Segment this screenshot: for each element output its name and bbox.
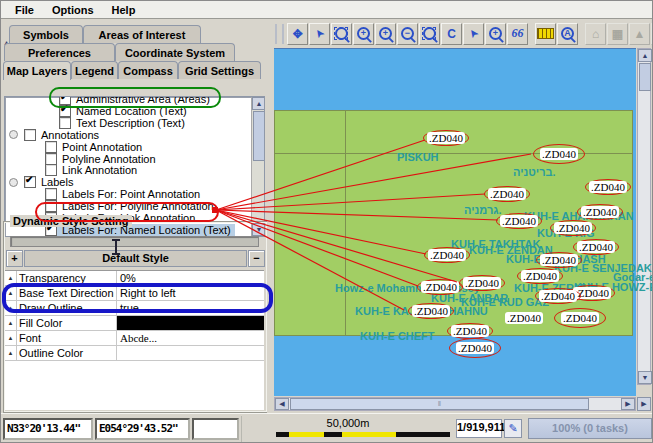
sort-arrow-icon: ▲ [5, 301, 17, 315]
property-value[interactable]: Abcde... [117, 331, 264, 345]
magnifier-sign: + [381, 28, 390, 38]
style-slider[interactable] [10, 236, 259, 247]
property-value[interactable]: true [117, 301, 264, 315]
panel-splitter[interactable] [267, 19, 273, 413]
tree-item-administrative-area-areas-[interactable]: Administrative Area (Areas) [59, 96, 210, 105]
zoom-out-tool-icon[interactable]: − [397, 23, 418, 45]
elevation-field[interactable] [192, 418, 239, 440]
style-row-font[interactable]: ▲FontAbcde... [5, 331, 264, 346]
tab-grid-settings[interactable]: Grid Settings [178, 61, 261, 79]
map-vertical-scrollbar[interactable]: ▲ ▼ [637, 48, 651, 385]
magnifier-sign: A [563, 28, 572, 38]
application-window: File Options Help ▲▼ SymbolsAreas of Int… [0, 0, 653, 443]
scrollbar-corner-icon[interactable]: ▶ [637, 397, 651, 411]
magnifier-glyph: − [401, 27, 414, 40]
menu-options[interactable]: Options [44, 3, 102, 17]
tree-item-point-annotation[interactable]: Point Annotation [45, 141, 142, 153]
tab-areas-of-interest[interactable]: Areas of Interest [83, 25, 201, 43]
tree-checkbox[interactable] [59, 117, 71, 129]
tree-item-link-annotation[interactable]: Link Annotation [45, 164, 137, 176]
tab-coordinate-system[interactable]: Coordinate System [115, 43, 235, 61]
tab-map-layers[interactable]: Map Layers [3, 61, 71, 80]
tree-item-text-description-text-[interactable]: Text Description (Text) [59, 117, 185, 129]
map-scroll-down-icon[interactable]: ▼ [638, 371, 652, 384]
tree-item-named-location-text-[interactable]: Named Location (Text) [59, 105, 187, 117]
text-cursor-icon [112, 239, 120, 255]
tab-preferences[interactable]: Preferences [4, 43, 115, 61]
style-row-transparency[interactable]: ▲Transparency0% [5, 271, 264, 286]
tree-checkbox[interactable] [45, 153, 57, 165]
sort-arrow-icon: ▲ [5, 271, 17, 285]
property-value[interactable] [117, 346, 264, 360]
magnifier-glyph: + [379, 27, 392, 40]
tab-compass[interactable]: Compass [118, 61, 178, 79]
map-scroll-up-icon[interactable]: ▲ [638, 49, 652, 62]
style-row-fill-color[interactable]: ▲Fill Color [5, 316, 264, 331]
edit-scale-button[interactable]: ✎ [504, 419, 522, 438]
tree-item-label: Link Annotation [62, 164, 137, 176]
toolbar-drag-handle[interactable] [275, 24, 284, 44]
property-value[interactable]: 0% [117, 271, 264, 285]
scale-ratio-field[interactable]: 1/919,911 [456, 419, 502, 438]
building-layer-tool-icon: ⌂ [585, 23, 606, 45]
tree-item-annotations[interactable]: Annotations [9, 129, 99, 141]
refresh-tool-icon[interactable]: C [441, 23, 462, 45]
select-features-tool-icon[interactable]: ➤ [463, 23, 484, 45]
center-map-tool-icon[interactable]: + [485, 23, 506, 45]
style-table-header[interactable]: Default Style [24, 250, 247, 267]
tree-checkbox[interactable] [45, 200, 57, 212]
select-tool-icon[interactable]: ➤ [309, 23, 330, 45]
tab-symbols[interactable]: Symbols [9, 25, 83, 43]
map-grid-line-horizontal [274, 153, 633, 154]
scale-bar [276, 432, 450, 437]
tree-expand-handle-icon[interactable] [9, 130, 18, 139]
measure-tool-icon[interactable] [535, 23, 556, 45]
zoom-in-tool-icon[interactable]: + [353, 23, 374, 45]
latitude-field[interactable]: N33°20'13.44" [3, 418, 93, 440]
tree-item-labels-for-polyline-annotation[interactable]: Labels For: Polyline Annotation [45, 200, 214, 212]
zoom-in-point-tool-icon[interactable]: + [375, 23, 396, 45]
longitude-field[interactable]: E054°29'43.52" [95, 418, 190, 440]
pan-tool-icon[interactable]: ✥ [287, 23, 308, 45]
map-horizontal-scrollbar[interactable]: ◀ ‖ ▶ [274, 397, 636, 411]
tab-legend[interactable]: Legend [71, 61, 118, 79]
remove-style-button[interactable]: − [248, 250, 265, 267]
tree-checkbox[interactable] [45, 141, 57, 153]
tree-checkbox[interactable] [24, 176, 36, 188]
layers-panel: ▲▼ SymbolsAreas of Interest PreferencesC… [1, 19, 267, 413]
menu-file[interactable]: File [7, 3, 42, 17]
task-progress-bar: 100% (0 tasks) [528, 418, 652, 439]
map-canvas[interactable] [274, 48, 636, 396]
add-style-button[interactable]: + [6, 250, 23, 267]
tree-checkbox[interactable] [59, 105, 71, 117]
zoom-window-tool-icon[interactable] [331, 23, 352, 45]
tree-item-polyline-annotation[interactable]: Polyline Annotation [45, 153, 156, 165]
tree-item-labels[interactable]: Labels [9, 176, 73, 188]
map-scroll-left-icon[interactable]: ◀ [275, 398, 289, 410]
style-row-outline-color[interactable]: ▲Outline Color [5, 346, 264, 361]
map-vscrollbar-thumb[interactable] [639, 63, 651, 91]
tree-scrollbar[interactable]: ▲ ▼ [251, 97, 265, 236]
tree-scroll-up-icon[interactable]: ▲ [252, 97, 265, 110]
tree-checkbox[interactable] [24, 129, 36, 141]
find-label-tool-icon[interactable]: A [557, 23, 578, 45]
tree-expand-handle-icon[interactable] [9, 178, 18, 187]
scale-segment [324, 432, 342, 437]
tree-item-label: Labels For: Point Annotation [62, 188, 200, 200]
map-hscrollbar-thumb[interactable]: ‖ [290, 398, 589, 410]
magnifier-glyph: A [561, 27, 574, 40]
find-tool-icon[interactable]: 66 [507, 23, 528, 45]
style-row-base-text-direction[interactable]: ▲Base Text DirectionRight to left [5, 286, 264, 301]
tree-checkbox[interactable] [45, 164, 57, 176]
zoom-extent-tool-icon[interactable] [419, 23, 440, 45]
map-scroll-right-icon[interactable]: ▶ [621, 398, 635, 410]
scale-text: 50,000m [242, 417, 454, 429]
property-value[interactable]: Right to left [117, 286, 264, 300]
tree-item-labels-for-point-annotation[interactable]: Labels For: Point Annotation [45, 188, 200, 200]
property-value[interactable] [117, 316, 264, 330]
tree-checkbox[interactable] [45, 188, 57, 200]
menu-help[interactable]: Help [104, 3, 144, 17]
style-row-draw-outline[interactable]: ▲Draw Outlinetrue [5, 301, 264, 316]
cursor-glyph: ➤ [467, 27, 481, 40]
tree-scrollbar-thumb[interactable] [253, 111, 265, 161]
